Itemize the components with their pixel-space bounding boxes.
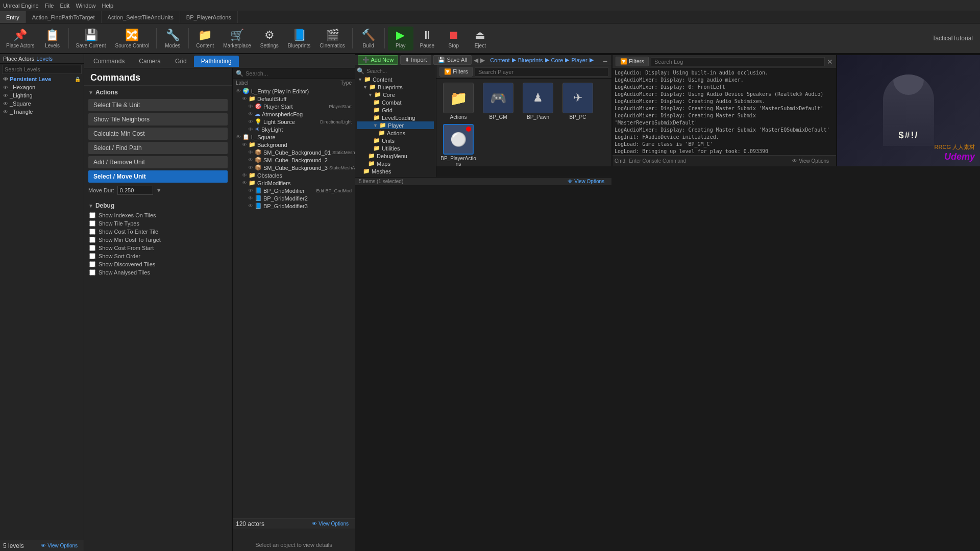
outliner-sm-cube1[interactable]: 👁 📦 SM_Cube_Background_01 StaticMeshActo… xyxy=(233,148,355,156)
view-options-levels-button[interactable]: 👁 View Options xyxy=(38,542,81,549)
outliner-bp-gridmodifier3[interactable]: 👁 📘 BP_GridModifier3 xyxy=(233,202,355,210)
level-item-lighting[interactable]: 👁 _Lighting xyxy=(0,91,84,99)
clear-log-icon[interactable]: ✕ xyxy=(827,58,833,66)
outliner-sm-cube2[interactable]: 👁 📦 SM_Cube_Background_2 xyxy=(233,156,355,164)
import-button[interactable]: ⬇ Import xyxy=(400,55,431,65)
tree-levelloading[interactable]: 📁 LevelLoading xyxy=(357,114,434,121)
debug-show-analysed[interactable]: Show Analysed Tiles xyxy=(84,268,232,277)
settings-button[interactable]: ⚙ Settings xyxy=(256,27,283,51)
marketplace-button[interactable]: 🛒 Marketplace xyxy=(219,27,255,51)
show-sort-order-checkbox[interactable] xyxy=(89,253,95,259)
tree-debugmenu[interactable]: 📁 DebugMenu xyxy=(357,152,434,160)
tree-utilities[interactable]: 📁 Utilities xyxy=(357,144,434,152)
tree-search-input[interactable] xyxy=(366,68,434,74)
modes-button[interactable]: 🔧 Modes xyxy=(160,27,185,51)
view-options-outliner-button[interactable]: 👁 View Options xyxy=(309,520,352,528)
breadcrumb-blueprints[interactable]: Blueprints xyxy=(518,57,543,63)
file-bp-pawn[interactable]: ♟ BP_Pawn xyxy=(520,83,556,120)
tree-blueprints[interactable]: ▼ 📁 Blueprints xyxy=(357,83,434,91)
eject-button[interactable]: ⏏ Eject xyxy=(468,27,493,51)
level-item-triangle[interactable]: 👁 _Triangle xyxy=(0,108,84,116)
move-dur-dropdown-icon[interactable]: ▼ xyxy=(156,187,162,193)
calculate-min-cost-button[interactable]: Calculate Min Cost xyxy=(88,128,228,140)
search-levels-input[interactable] xyxy=(2,65,82,74)
debug-show-discovered[interactable]: Show Discovered Tiles xyxy=(84,260,232,268)
outliner-bp-gridmodifier[interactable]: 👁 📘 BP_GridModifier Edit BP_GridMod xyxy=(233,187,355,194)
show-cost-enter-checkbox[interactable] xyxy=(89,229,95,235)
levels-label[interactable]: Levels xyxy=(36,56,53,62)
source-control-button[interactable]: 🔀 Source Control xyxy=(111,27,154,51)
pause-button[interactable]: ⏸ Pause xyxy=(414,27,440,51)
outliner-item-lentry[interactable]: 👁 🌍 L_Entry (Play in Editor) xyxy=(233,87,355,95)
view-options-cb-button[interactable]: 👁 View Options xyxy=(565,178,607,185)
nav-forward-icon[interactable]: ▶ xyxy=(480,57,485,64)
breadcrumb-content[interactable]: Content xyxy=(490,57,510,63)
outliner-background[interactable]: 👁 📁 Background xyxy=(233,141,355,148)
play-button[interactable]: ▶ Play xyxy=(388,27,413,51)
show-analysed-checkbox[interactable] xyxy=(89,269,95,276)
tab-action-select[interactable]: Action_SelectTileAndUnits xyxy=(102,11,180,23)
log-filters-button[interactable]: 🔽 Filters xyxy=(616,57,649,66)
level-item-hexagon[interactable]: 👁 _Hexagon xyxy=(0,83,84,91)
blueprints-button[interactable]: 📘 Blueprints xyxy=(284,27,314,51)
file-actions[interactable]: 📁 Actions xyxy=(440,83,476,120)
tab-bp-player[interactable]: BP_PlayerActions xyxy=(180,11,238,23)
show-indexes-checkbox[interactable] xyxy=(89,212,95,218)
file-bp-pc[interactable]: ✈ BP_PC xyxy=(560,83,596,120)
breadcrumb-core[interactable]: Core xyxy=(551,57,564,63)
debug-show-cost-enter[interactable]: Show Cost To Enter Tile xyxy=(84,228,232,236)
menu-file[interactable]: File xyxy=(45,3,54,9)
filters-button[interactable]: 🔽 Filters xyxy=(439,67,473,77)
tree-actions[interactable]: 📁 Actions xyxy=(357,129,434,137)
save-all-button[interactable]: 💾 Save All xyxy=(433,55,472,65)
add-new-button[interactable]: ➕ Add New xyxy=(358,55,398,65)
tab-action-find[interactable]: Action_FindPathToTarget xyxy=(26,11,102,23)
file-bp-gm[interactable]: 🎮 BP_GM xyxy=(480,83,516,120)
levels-button[interactable]: 📋 Levels xyxy=(40,27,65,51)
debug-section-header[interactable]: ▼ Debug xyxy=(84,199,232,211)
show-min-cost-checkbox[interactable] xyxy=(89,237,95,243)
show-discovered-checkbox[interactable] xyxy=(89,261,95,267)
outliner-lsquare[interactable]: 👁 📋 L_Square xyxy=(233,133,355,141)
outliner-search-input[interactable] xyxy=(246,70,352,77)
tree-core[interactable]: ▼ 📁 Core xyxy=(357,91,434,98)
file-search-input[interactable] xyxy=(475,67,608,77)
debug-show-min-cost[interactable]: Show Min Cost To Target xyxy=(84,236,232,244)
content-button[interactable]: 📁 Content xyxy=(192,27,218,51)
actions-section-header[interactable]: ▼ Actions xyxy=(84,86,232,98)
tab-commands[interactable]: Commands xyxy=(86,56,132,67)
show-tile-neighbors-button[interactable]: Show Tile Neighbors xyxy=(88,113,228,126)
outliner-skylight[interactable]: 👁 ☀ SkyLight xyxy=(233,126,355,133)
tab-pathfinding[interactable]: Pathfinding xyxy=(194,56,239,67)
debug-show-sort-order[interactable]: Show Sort Order xyxy=(84,252,232,260)
view-options-log-button[interactable]: 👁 View Options xyxy=(789,157,832,165)
tree-grid[interactable]: 📁 Grid xyxy=(357,106,434,114)
save-current-button[interactable]: 💾 Save Current xyxy=(72,27,110,51)
level-item-persistent[interactable]: 👁 Persistent Leve 🔒 xyxy=(0,75,84,83)
select-move-unit-button[interactable]: Select / Move Unit xyxy=(88,170,228,183)
tab-entry[interactable]: Entry xyxy=(0,11,26,23)
show-cost-start-checkbox[interactable] xyxy=(89,245,95,251)
debug-show-cost-start[interactable]: Show Cost From Start xyxy=(84,244,232,252)
level-item-square[interactable]: 👁 _Square xyxy=(0,99,84,108)
debug-show-tile-types[interactable]: Show Tile Types xyxy=(84,219,232,228)
debug-show-indexes[interactable]: Show Indexes On Tiles xyxy=(84,211,232,219)
outliner-defaultstuff[interactable]: 👁 📁 DefaultStuff xyxy=(233,95,355,103)
outliner-bp-gridmodifier2[interactable]: 👁 📘 BP_GridModifier2 xyxy=(233,194,355,202)
outliner-gridmodifiers[interactable]: 👁 📁 GridModifiers xyxy=(233,179,355,187)
add-remove-unit-button[interactable]: Add / Remove Unit xyxy=(88,156,228,168)
select-tile-unit-button[interactable]: Select Tile & Unit xyxy=(88,99,228,111)
move-dur-input[interactable] xyxy=(117,186,153,195)
menu-help[interactable]: Help xyxy=(102,3,114,9)
breadcrumb-player[interactable]: Player xyxy=(571,57,587,63)
tree-maps[interactable]: 📁 Maps xyxy=(357,160,434,167)
console-input[interactable] xyxy=(629,158,790,164)
file-bp-playeractions[interactable]: ⚪ BP_PlayerActions xyxy=(440,124,476,167)
outliner-lightsource[interactable]: 👁 💡 Light Source DirectionalLight xyxy=(233,118,355,126)
nav-back-icon[interactable]: ◀ xyxy=(474,57,478,64)
tree-combat[interactable]: 📁 Combat xyxy=(357,98,434,106)
select-find-path-button[interactable]: Select / Find Path xyxy=(88,142,228,154)
menu-window[interactable]: Window xyxy=(76,3,95,9)
tree-player[interactable]: ▼ 📁 Player xyxy=(357,121,434,129)
minimize-cb-icon[interactable]: 🗕 xyxy=(602,57,608,64)
